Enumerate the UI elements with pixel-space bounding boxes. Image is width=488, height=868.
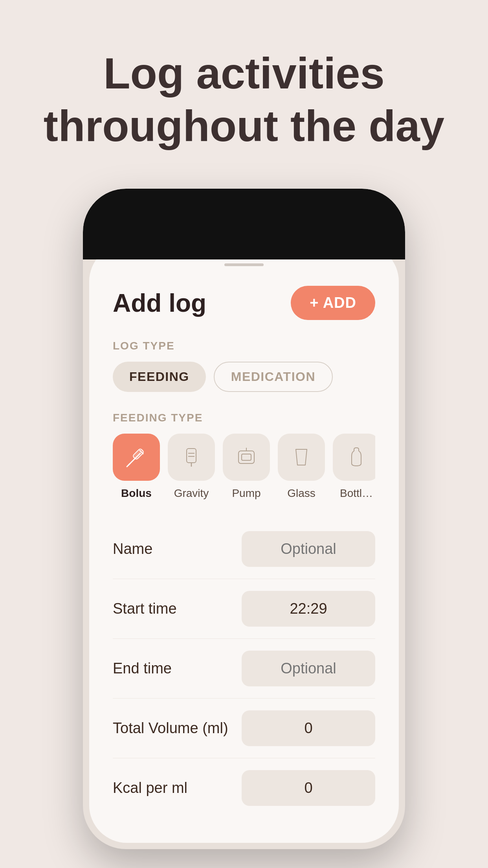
gravity-icon-box xyxy=(168,434,215,481)
name-input[interactable] xyxy=(242,531,375,567)
end-time-input[interactable] xyxy=(242,651,375,686)
total-volume-label: Total Volume (ml) xyxy=(113,720,228,737)
bolus-label: Bolus xyxy=(121,487,152,500)
start-time-label: Start time xyxy=(113,600,177,617)
log-type-section: LOG TYPE FEEDING MEDICATION xyxy=(113,340,375,392)
feeding-type-label: FEEDING TYPE xyxy=(113,412,375,424)
feeding-type-glass[interactable]: Glass xyxy=(278,434,325,500)
hero-title: Log activities throughout the day xyxy=(31,47,457,153)
feeding-type-bolus[interactable]: Bolus xyxy=(113,434,160,500)
phone-shell: Add log + ADD LOG TYPE FEEDING MEDICATIO… xyxy=(83,189,405,849)
svg-line-3 xyxy=(127,463,130,467)
log-type-feeding[interactable]: FEEDING xyxy=(113,362,206,392)
glass-icon-box xyxy=(278,434,325,481)
pump-label: Pump xyxy=(232,487,261,500)
feeding-type-section: FEEDING TYPE xyxy=(113,412,375,500)
feeding-type-gravity[interactable]: Gravity xyxy=(168,434,215,500)
feeding-types-row: Bolus xyxy=(113,434,375,500)
name-label: Name xyxy=(113,541,152,557)
log-type-medication[interactable]: MEDICATION xyxy=(214,362,333,392)
log-type-label: LOG TYPE xyxy=(113,340,375,352)
bottle-icon-box xyxy=(333,434,375,481)
drag-indicator xyxy=(224,263,264,266)
phone-screen: Add log + ADD LOG TYPE FEEDING MEDICATIO… xyxy=(89,244,399,843)
total-volume-row: Total Volume (ml) xyxy=(113,699,375,758)
phone-mockup: Add log + ADD LOG TYPE FEEDING MEDICATIO… xyxy=(83,189,405,849)
pump-icon-box xyxy=(223,434,270,481)
feeding-type-pump[interactable]: Pump xyxy=(223,434,270,500)
kcal-row: Kcal per ml xyxy=(113,758,375,818)
total-volume-input[interactable] xyxy=(242,710,375,746)
end-time-row: End time xyxy=(113,639,375,699)
glass-label: Glass xyxy=(287,487,316,500)
screen-header: Add log + ADD xyxy=(113,286,375,320)
feeding-type-bottle[interactable]: Bottl… xyxy=(333,434,375,500)
hero-section: Log activities throughout the day xyxy=(0,0,488,177)
end-time-label: End time xyxy=(113,660,172,677)
log-type-row: FEEDING MEDICATION xyxy=(113,362,375,392)
svg-rect-9 xyxy=(242,454,251,460)
bottle-label: Bottl… xyxy=(340,487,373,500)
gravity-label: Gravity xyxy=(174,487,209,500)
phone-camera-bar xyxy=(83,189,405,259)
svg-rect-8 xyxy=(238,451,254,463)
name-row: Name xyxy=(113,519,375,579)
start-time-input[interactable] xyxy=(242,591,375,627)
svg-rect-1 xyxy=(132,448,144,460)
form-section: Name Start time End time Total Volume (m… xyxy=(113,519,375,818)
add-log-title: Add log xyxy=(113,289,206,318)
bolus-icon-box xyxy=(113,434,160,481)
start-time-row: Start time xyxy=(113,579,375,639)
add-button[interactable]: + ADD xyxy=(291,286,375,320)
kcal-label: Kcal per ml xyxy=(113,780,187,796)
kcal-input[interactable] xyxy=(242,770,375,806)
svg-rect-4 xyxy=(187,449,196,463)
